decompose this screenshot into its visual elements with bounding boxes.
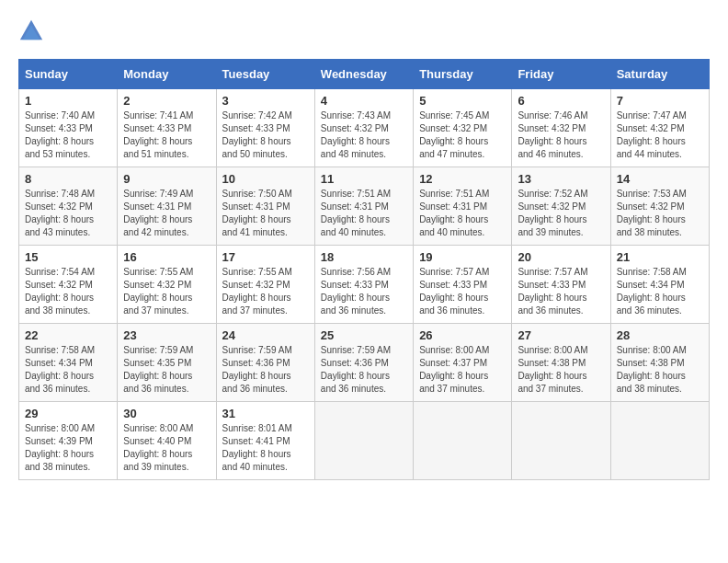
calendar-cell: 31Sunrise: 8:01 AMSunset: 4:41 PMDayligh… <box>216 402 314 480</box>
weekday-header-row: SundayMondayTuesdayWednesdayThursdayFrid… <box>19 60 710 89</box>
logo-icon <box>18 18 44 44</box>
day-info: Sunrise: 8:00 AMSunset: 4:38 PMDaylight:… <box>617 345 687 394</box>
day-info: Sunrise: 7:45 AMSunset: 4:32 PMDaylight:… <box>419 110 489 159</box>
day-info: Sunrise: 8:00 AMSunset: 4:37 PMDaylight:… <box>419 345 489 394</box>
calendar-cell: 26Sunrise: 8:00 AMSunset: 4:37 PMDayligh… <box>414 324 512 402</box>
day-number: 20 <box>518 250 604 264</box>
day-number: 1 <box>25 94 111 108</box>
calendar-cell: 11Sunrise: 7:51 AMSunset: 4:31 PMDayligh… <box>314 167 413 246</box>
day-info: Sunrise: 7:51 AMSunset: 4:31 PMDaylight:… <box>419 189 489 237</box>
calendar-cell: 10Sunrise: 7:50 AMSunset: 4:31 PMDayligh… <box>216 167 314 246</box>
day-info: Sunrise: 7:49 AMSunset: 4:31 PMDaylight:… <box>123 189 193 237</box>
day-number: 28 <box>617 328 703 342</box>
day-info: Sunrise: 7:55 AMSunset: 4:32 PMDaylight:… <box>222 267 292 316</box>
day-info: Sunrise: 7:40 AMSunset: 4:33 PMDaylight:… <box>25 110 95 159</box>
day-info: Sunrise: 7:57 AMSunset: 4:33 PMDaylight:… <box>518 267 587 316</box>
day-number: 23 <box>123 328 210 342</box>
calendar-cell: 22Sunrise: 7:58 AMSunset: 4:34 PMDayligh… <box>19 324 118 402</box>
weekday-header-sunday: Sunday <box>19 60 118 89</box>
day-info: Sunrise: 7:53 AMSunset: 4:32 PMDaylight:… <box>617 189 687 237</box>
day-info: Sunrise: 7:46 AMSunset: 4:32 PMDaylight:… <box>518 110 587 159</box>
calendar-cell <box>512 402 610 480</box>
weekday-header-friday: Friday <box>512 60 610 89</box>
day-number: 18 <box>321 250 407 264</box>
calendar-cell: 8Sunrise: 7:48 AMSunset: 4:32 PMDaylight… <box>19 167 118 246</box>
day-number: 14 <box>617 172 703 186</box>
day-info: Sunrise: 8:00 AMSunset: 4:40 PMDaylight:… <box>123 423 193 472</box>
day-info: Sunrise: 7:51 AMSunset: 4:31 PMDaylight:… <box>321 189 391 237</box>
day-info: Sunrise: 8:01 AMSunset: 4:41 PMDaylight:… <box>222 423 292 472</box>
calendar-cell: 12Sunrise: 7:51 AMSunset: 4:31 PMDayligh… <box>414 167 512 246</box>
day-number: 22 <box>25 328 111 342</box>
calendar-cell: 14Sunrise: 7:53 AMSunset: 4:32 PMDayligh… <box>610 167 709 246</box>
day-number: 12 <box>419 172 506 186</box>
day-info: Sunrise: 7:54 AMSunset: 4:32 PMDaylight:… <box>25 267 95 316</box>
day-info: Sunrise: 7:43 AMSunset: 4:32 PMDaylight:… <box>321 110 391 159</box>
calendar-cell <box>314 402 413 480</box>
calendar-week-3: 15Sunrise: 7:54 AMSunset: 4:32 PMDayligh… <box>19 246 710 324</box>
day-number: 8 <box>25 172 111 186</box>
day-number: 31 <box>222 407 309 420</box>
day-info: Sunrise: 7:59 AMSunset: 4:36 PMDaylight:… <box>222 345 292 394</box>
day-info: Sunrise: 7:59 AMSunset: 4:36 PMDaylight:… <box>321 345 391 394</box>
calendar-cell: 28Sunrise: 8:00 AMSunset: 4:38 PMDayligh… <box>610 324 709 402</box>
day-info: Sunrise: 7:58 AMSunset: 4:34 PMDaylight:… <box>25 345 95 394</box>
weekday-header-wednesday: Wednesday <box>314 60 413 89</box>
day-info: Sunrise: 7:57 AMSunset: 4:33 PMDaylight:… <box>419 267 489 316</box>
day-info: Sunrise: 7:47 AMSunset: 4:32 PMDaylight:… <box>617 110 687 159</box>
weekday-header-saturday: Saturday <box>610 60 709 89</box>
day-number: 2 <box>123 94 210 108</box>
day-number: 30 <box>123 407 210 420</box>
day-number: 5 <box>419 94 506 108</box>
calendar-cell: 18Sunrise: 7:56 AMSunset: 4:33 PMDayligh… <box>314 246 413 324</box>
calendar-cell <box>414 402 512 480</box>
day-info: Sunrise: 7:58 AMSunset: 4:34 PMDaylight:… <box>617 267 687 316</box>
day-info: Sunrise: 8:00 AMSunset: 4:39 PMDaylight:… <box>25 423 95 472</box>
calendar-cell: 9Sunrise: 7:49 AMSunset: 4:31 PMDaylight… <box>118 167 216 246</box>
day-info: Sunrise: 7:56 AMSunset: 4:33 PMDaylight:… <box>321 267 391 316</box>
calendar-cell: 27Sunrise: 8:00 AMSunset: 4:38 PMDayligh… <box>512 324 610 402</box>
day-number: 16 <box>123 250 210 264</box>
day-info: Sunrise: 7:52 AMSunset: 4:32 PMDaylight:… <box>518 189 587 237</box>
calendar-cell: 2Sunrise: 7:41 AMSunset: 4:33 PMDaylight… <box>118 89 216 167</box>
weekday-header-thursday: Thursday <box>414 60 512 89</box>
day-number: 26 <box>419 328 506 342</box>
calendar-cell: 16Sunrise: 7:55 AMSunset: 4:32 PMDayligh… <box>118 246 216 324</box>
calendar-cell: 6Sunrise: 7:46 AMSunset: 4:32 PMDaylight… <box>512 89 610 167</box>
day-number: 11 <box>321 172 407 186</box>
day-number: 17 <box>222 250 309 264</box>
day-number: 10 <box>222 172 309 186</box>
calendar-table: SundayMondayTuesdayWednesdayThursdayFrid… <box>18 59 710 480</box>
day-number: 7 <box>617 94 703 108</box>
calendar-cell: 1Sunrise: 7:40 AMSunset: 4:33 PMDaylight… <box>19 89 118 167</box>
day-number: 6 <box>518 94 604 108</box>
calendar-cell: 4Sunrise: 7:43 AMSunset: 4:32 PMDaylight… <box>314 89 413 167</box>
calendar-cell: 30Sunrise: 8:00 AMSunset: 4:40 PMDayligh… <box>118 402 216 480</box>
calendar-cell: 19Sunrise: 7:57 AMSunset: 4:33 PMDayligh… <box>414 246 512 324</box>
weekday-header-tuesday: Tuesday <box>216 60 314 89</box>
day-number: 24 <box>222 328 309 342</box>
day-number: 13 <box>518 172 604 186</box>
calendar-cell: 25Sunrise: 7:59 AMSunset: 4:36 PMDayligh… <box>314 324 413 402</box>
calendar-cell: 24Sunrise: 7:59 AMSunset: 4:36 PMDayligh… <box>216 324 314 402</box>
calendar-cell: 17Sunrise: 7:55 AMSunset: 4:32 PMDayligh… <box>216 246 314 324</box>
day-info: Sunrise: 7:55 AMSunset: 4:32 PMDaylight:… <box>123 267 193 316</box>
day-info: Sunrise: 7:50 AMSunset: 4:31 PMDaylight:… <box>222 189 292 237</box>
calendar-cell: 5Sunrise: 7:45 AMSunset: 4:32 PMDaylight… <box>414 89 512 167</box>
calendar-cell: 21Sunrise: 7:58 AMSunset: 4:34 PMDayligh… <box>610 246 709 324</box>
day-info: Sunrise: 7:59 AMSunset: 4:35 PMDaylight:… <box>123 345 193 394</box>
calendar-week-2: 8Sunrise: 7:48 AMSunset: 4:32 PMDaylight… <box>19 167 710 246</box>
day-number: 21 <box>617 250 703 264</box>
calendar-week-5: 29Sunrise: 8:00 AMSunset: 4:39 PMDayligh… <box>19 402 710 480</box>
day-number: 3 <box>222 94 309 108</box>
day-number: 15 <box>25 250 111 264</box>
day-number: 9 <box>123 172 210 186</box>
calendar-cell <box>610 402 709 480</box>
day-info: Sunrise: 7:48 AMSunset: 4:32 PMDaylight:… <box>25 189 95 237</box>
day-number: 4 <box>321 94 407 108</box>
day-number: 25 <box>321 328 407 342</box>
calendar-cell: 20Sunrise: 7:57 AMSunset: 4:33 PMDayligh… <box>512 246 610 324</box>
calendar-cell: 29Sunrise: 8:00 AMSunset: 4:39 PMDayligh… <box>19 402 118 480</box>
calendar-cell: 13Sunrise: 7:52 AMSunset: 4:32 PMDayligh… <box>512 167 610 246</box>
calendar-cell: 23Sunrise: 7:59 AMSunset: 4:35 PMDayligh… <box>118 324 216 402</box>
